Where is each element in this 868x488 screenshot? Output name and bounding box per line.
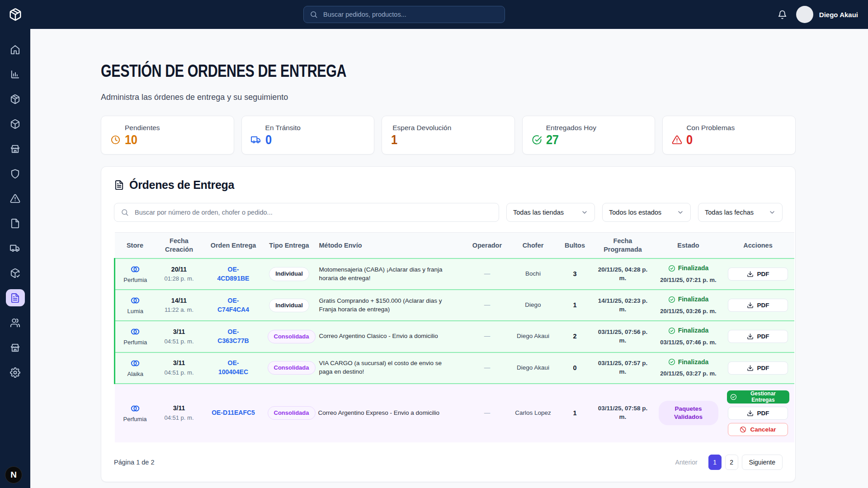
store-cell: Perfumia xyxy=(119,264,152,284)
store-cell: Lumia xyxy=(119,295,152,315)
stat-label: Pendientes xyxy=(125,124,225,132)
sidebar-item-store[interactable] xyxy=(6,339,25,356)
global-search-input[interactable] xyxy=(322,10,499,19)
global-search[interactable] xyxy=(303,6,505,23)
filter-dates-select[interactable]: Todas las fechas xyxy=(698,203,783,222)
delivery-type-badge: Consolidada xyxy=(268,406,316,420)
sidebar-item-alert-triangle[interactable] xyxy=(6,190,25,207)
pagination-page-1[interactable]: 1 xyxy=(708,455,722,470)
sidebar-item-package-check[interactable] xyxy=(6,264,25,282)
stat-value: 10 xyxy=(125,132,137,147)
pagination-next-button[interactable]: Siguiente xyxy=(742,455,783,470)
chevron-down-icon xyxy=(769,209,776,216)
search-icon xyxy=(310,10,318,19)
table-search[interactable] xyxy=(114,203,499,222)
status-badge: Paquetes Validados xyxy=(659,401,718,425)
delivery-type-badge: Consolidada xyxy=(268,330,316,343)
column-header-fecha-programada: Fecha Programada xyxy=(591,233,655,258)
sidebar-item-bar-chart[interactable] xyxy=(6,66,25,83)
order-link[interactable]: OE- C363C77B xyxy=(217,328,249,344)
operator-value: — xyxy=(484,270,491,277)
pdf-download-button[interactable]: PDF xyxy=(728,267,788,281)
sidebar-item-store[interactable] xyxy=(6,140,25,157)
stat-value: 0 xyxy=(265,132,272,147)
store-name: Perfumia xyxy=(123,415,146,423)
column-header-orden-entrega: Orden Entrega xyxy=(203,233,264,258)
pdf-download-button[interactable]: PDF xyxy=(728,361,788,375)
page-subtitle: Administra las órdenes de entrega y su s… xyxy=(101,93,826,102)
check-circle-icon xyxy=(668,358,675,366)
filter-stores-select[interactable]: Todas las tiendas xyxy=(506,203,595,222)
store-icon xyxy=(10,144,20,154)
store-name: Lumia xyxy=(127,307,143,315)
pdf-download-button[interactable]: PDF xyxy=(728,407,788,420)
store-logo-icon xyxy=(130,264,141,275)
manage-deliveries-button[interactable]: Gestionar Entregas xyxy=(727,390,789,404)
table-search-input[interactable] xyxy=(134,208,492,216)
order-link[interactable]: OE- 4CD891BE xyxy=(217,266,250,282)
download-icon xyxy=(747,302,754,309)
alert-triangle-icon xyxy=(10,193,20,204)
chevron-down-icon xyxy=(677,209,684,216)
actions-cell: PDF xyxy=(726,267,791,281)
stat-card-en-tr-nsito: En Tránsito0 xyxy=(241,116,375,155)
delivery-type-badge: Consolidada xyxy=(268,361,316,375)
scheduled-date: 03/11/25, 07:58 p. m. xyxy=(598,405,648,420)
sidebar-item-truck[interactable] xyxy=(6,239,25,257)
stat-value: 27 xyxy=(546,132,559,147)
stat-label: Espera Devolución xyxy=(392,124,505,132)
store-cell: Perfumia xyxy=(118,403,152,423)
pdf-download-button[interactable]: PDF xyxy=(728,299,788,312)
pagination-page-2[interactable]: 2 xyxy=(725,455,738,470)
stat-value: 0 xyxy=(686,132,693,147)
sidebar-item-file[interactable] xyxy=(6,215,25,232)
search-icon xyxy=(121,208,129,216)
sidebar-item-users[interactable] xyxy=(6,314,25,331)
pdf-download-button[interactable]: PDF xyxy=(728,330,788,343)
ban-icon xyxy=(740,426,746,433)
pagination-prev-button[interactable]: Anterior xyxy=(668,455,705,470)
pager-buttons: Anterior12Siguiente xyxy=(668,455,783,470)
shield-icon xyxy=(10,169,20,179)
dev-overlay-badge[interactable]: N xyxy=(5,466,22,483)
creation-time: 01:28 p. m. xyxy=(159,275,199,283)
order-link[interactable]: OE- 100404EC xyxy=(218,359,248,375)
operator-value: — xyxy=(484,364,491,371)
package-check-icon xyxy=(10,268,20,278)
filter-status-select[interactable]: Todos los estados xyxy=(602,203,691,222)
stat-label: En Tránsito xyxy=(265,124,365,132)
shipping-method: VIA CARGO (a sucursal) el costo de envio… xyxy=(319,360,442,375)
settings-icon xyxy=(10,367,20,378)
column-header-bultos: Bultos xyxy=(559,233,591,258)
download-icon xyxy=(747,333,754,340)
order-link[interactable]: OE-D11EAFC5 xyxy=(212,409,255,416)
user-menu[interactable]: Diego Akaui xyxy=(796,6,858,23)
sidebar-item-box[interactable] xyxy=(6,115,25,132)
notifications-bell-icon[interactable] xyxy=(778,10,787,19)
document-icon xyxy=(114,180,124,190)
sidebar-item-file-text-active[interactable] xyxy=(6,289,25,306)
order-link[interactable]: OE- C74F4CA4 xyxy=(217,297,249,313)
status-finalizada: Finalizada xyxy=(668,326,709,335)
sidebar-item-settings[interactable] xyxy=(6,364,25,381)
delivery-type-badge: Individual xyxy=(269,267,309,281)
app-logo[interactable] xyxy=(0,0,30,29)
sidebar-item-package[interactable] xyxy=(6,90,25,108)
sidebar-item-shield[interactable] xyxy=(6,165,25,182)
delivery-type-badge: Individual xyxy=(269,299,309,312)
sidebar-item-home[interactable] xyxy=(6,41,25,58)
stat-card-pendientes: Pendientes10 xyxy=(101,116,234,155)
actions-cell: PDF xyxy=(726,330,791,343)
table-row: Alaika3/1104:51 p. m.OE- 100404ECConsoli… xyxy=(115,352,794,384)
panel-heading-label: Órdenes de Entrega xyxy=(129,178,234,192)
orders-panel: Órdenes de Entrega Todas las tiendas Tod… xyxy=(101,166,796,482)
file-text-icon xyxy=(10,293,20,303)
package-icon xyxy=(10,94,20,104)
stat-card-espera-devoluci-n: Espera Devolución1 xyxy=(382,116,515,155)
filter-dates-value: Todas las fechas xyxy=(705,209,754,216)
truck-icon xyxy=(10,243,20,253)
store-icon xyxy=(10,343,20,353)
packages-count: 2 xyxy=(573,333,576,340)
filter-stores-value: Todas las tiendas xyxy=(513,209,564,216)
cancel-button[interactable]: Cancelar xyxy=(728,423,788,436)
